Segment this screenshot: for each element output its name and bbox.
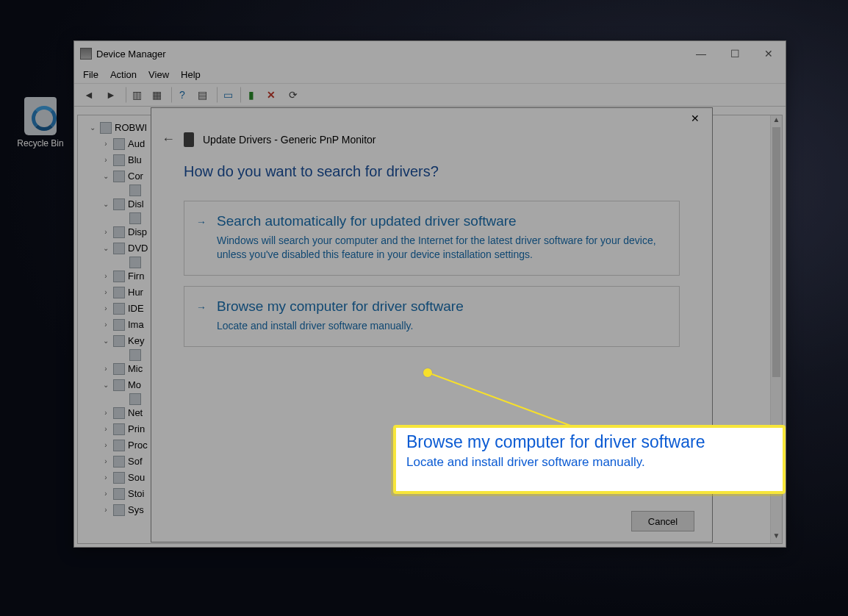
device-icon (129, 393, 141, 405)
scroll-thumb[interactable] (772, 127, 780, 377)
device-icon (113, 363, 125, 375)
device-icon (129, 185, 141, 196)
annotation-callout: Browse my computer for driver software L… (393, 425, 786, 494)
tree-item-label: DVD (128, 240, 148, 257)
tree-root-label: ROBWI (115, 120, 147, 136)
device-icon (129, 349, 141, 361)
tree-item-label: Stoi (128, 486, 144, 502)
option2-title: Browse my computer for driver software (217, 298, 664, 315)
device-icon (113, 407, 125, 419)
device-icon (113, 379, 125, 391)
tree-item-label: Blu (128, 152, 142, 168)
titlebar[interactable]: Device Manager — ☐ ✕ (74, 41, 786, 66)
menubar: File Action View Help (74, 66, 786, 84)
minimize-button[interactable]: — (684, 41, 718, 66)
dialog-close-button[interactable]: ✕ (683, 109, 708, 128)
scan-button[interactable]: ▤ (193, 87, 211, 103)
recycle-bin-label: Recycle Bin (15, 138, 66, 148)
menu-help[interactable]: Help (181, 69, 201, 80)
device-icon (113, 504, 125, 516)
recycle-bin[interactable]: Recycle Bin (15, 97, 66, 148)
option1-desc: Windows will search your computer and th… (217, 234, 664, 262)
tree-item-label: Sys (128, 502, 144, 518)
tree-item-label: Proc (128, 437, 148, 454)
tree-item-label: Ima (128, 317, 144, 333)
app-icon (80, 48, 92, 60)
tree-item-label: Disl (128, 196, 144, 212)
maximize-button[interactable]: ☐ (718, 41, 752, 66)
tree-item-label: Net (128, 405, 143, 421)
show-hide-tree-button[interactable]: ▥ (126, 87, 143, 103)
toolbar: ◄ ► ▥ ▦ ? ▤ ▭ ▮ ✕ ⟳ (74, 84, 786, 107)
help-button[interactable]: ? (171, 87, 189, 103)
device-icon (113, 198, 125, 210)
arrow-right-icon: → (196, 216, 206, 228)
tree-item-label: Mic (128, 361, 143, 377)
device-icon (113, 271, 125, 282)
device-icon (129, 257, 141, 268)
option-browse-computer[interactable]: → Browse my computer for driver software… (184, 286, 680, 347)
device-icon (113, 226, 125, 238)
option1-title: Search automatically for updated driver … (217, 213, 664, 229)
back-button[interactable]: ◄ (80, 87, 98, 103)
device-icon (113, 456, 125, 468)
close-button[interactable]: ✕ (752, 41, 786, 66)
option-search-automatically[interactable]: → Search automatically for updated drive… (184, 201, 680, 276)
scan-hardware-button[interactable]: ⟳ (284, 87, 302, 103)
device-icon (113, 303, 125, 315)
dialog-title: Update Drivers - Generic PnP Monitor (203, 134, 376, 146)
tree-item-label: Hur (128, 284, 143, 301)
tree-item-label: Key (128, 333, 144, 349)
device-icon (129, 212, 141, 224)
menu-view[interactable]: View (148, 69, 169, 80)
update-driver-button[interactable]: ▭ (217, 87, 234, 103)
recycle-bin-icon (24, 97, 57, 135)
dialog-question: How do you want to search for drivers? (184, 163, 680, 180)
monitor-icon (184, 132, 194, 147)
annotation-dot (423, 368, 432, 377)
cancel-button[interactable]: Cancel (631, 511, 694, 531)
properties-button[interactable]: ▦ (148, 87, 165, 103)
device-icon (113, 287, 125, 298)
callout-title: Browse my computer for driver software (406, 432, 772, 452)
tree-item-label: Firn (128, 268, 144, 284)
window-title: Device Manager (96, 49, 684, 60)
menu-file[interactable]: File (83, 69, 98, 80)
uninstall-button[interactable]: ✕ (262, 87, 280, 103)
menu-action[interactable]: Action (110, 69, 137, 80)
callout-desc: Locate and install driver software manua… (406, 455, 772, 470)
dialog-back-button[interactable]: ← (162, 132, 175, 147)
device-icon (113, 423, 125, 435)
arrow-right-icon: → (196, 301, 206, 313)
scroll-down-icon[interactable]: ▼ (771, 531, 782, 543)
tree-item-label: Mo (128, 377, 141, 393)
device-icon (113, 243, 125, 254)
tree-item-label: Aud (128, 136, 145, 152)
device-icon (113, 472, 125, 484)
device-icon (113, 319, 125, 331)
device-icon (113, 440, 125, 451)
tree-item-label: Sou (128, 470, 145, 486)
tree-item-label: Disp (128, 224, 147, 240)
device-icon (113, 171, 125, 182)
device-icon (113, 138, 125, 150)
device-icon (113, 154, 125, 166)
tree-item-label: Prin (128, 421, 145, 437)
scroll-up-icon[interactable]: ▲ (771, 115, 782, 127)
tree-item-label: Sof (128, 454, 143, 470)
computer-icon (100, 122, 112, 134)
device-icon (113, 335, 125, 347)
option2-desc: Locate and install driver software manua… (217, 319, 664, 333)
tree-item-label: Cor (128, 168, 143, 185)
tree-item-label: IDE (128, 301, 144, 317)
device-icon (113, 488, 125, 500)
forward-button[interactable]: ► (102, 87, 120, 103)
enable-button[interactable]: ▮ (240, 87, 258, 103)
